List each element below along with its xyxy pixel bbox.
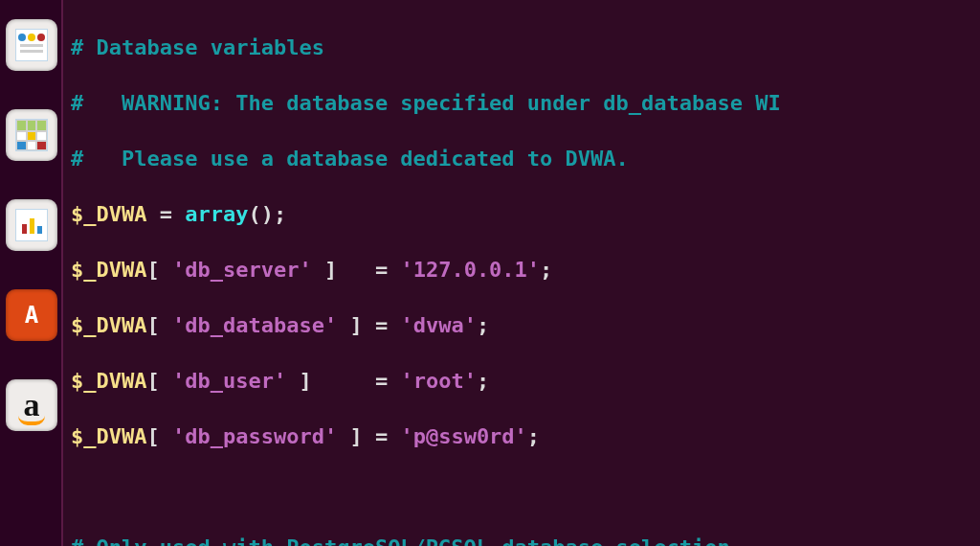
libreoffice-writer-icon	[6, 19, 57, 71]
launcher-sidebar: A a	[0, 0, 63, 546]
terminal-editor[interactable]: # Database variables # WARNING: The data…	[63, 0, 980, 546]
code-line: # WARNING: The database specified under …	[71, 89, 976, 117]
code-line: # Please use a database dedicated to DVW…	[71, 145, 976, 172]
code-line: # Only used with PostgreSQL/PGSQL databa…	[71, 534, 976, 546]
libreoffice-impress-icon	[6, 199, 57, 251]
code-line: # Database variables	[71, 34, 976, 61]
code-line: $_DVWA[ 'db_database' ] = 'dvwa';	[71, 311, 976, 339]
amazon-icon: a	[6, 379, 57, 431]
code-line: $_DVWA[ 'db_password' ] = 'p@ssw0rd';	[71, 422, 976, 450]
libreoffice-calc-launcher[interactable]	[0, 90, 63, 180]
ubuntu-software-icon: A	[6, 289, 57, 341]
code-line	[71, 478, 976, 506]
libreoffice-calc-icon	[6, 109, 57, 161]
amazon-launcher[interactable]: a	[0, 360, 63, 450]
code-line: $_DVWA[ 'db_server' ] = '127.0.0.1';	[71, 256, 976, 284]
code-line: $_DVWA = array();	[71, 200, 976, 228]
ubuntu-software-launcher[interactable]: A	[0, 270, 63, 360]
code-line: $_DVWA[ 'db_user' ] = 'root';	[71, 367, 976, 395]
libreoffice-writer-launcher[interactable]	[0, 0, 63, 90]
libreoffice-impress-launcher[interactable]	[0, 180, 63, 270]
